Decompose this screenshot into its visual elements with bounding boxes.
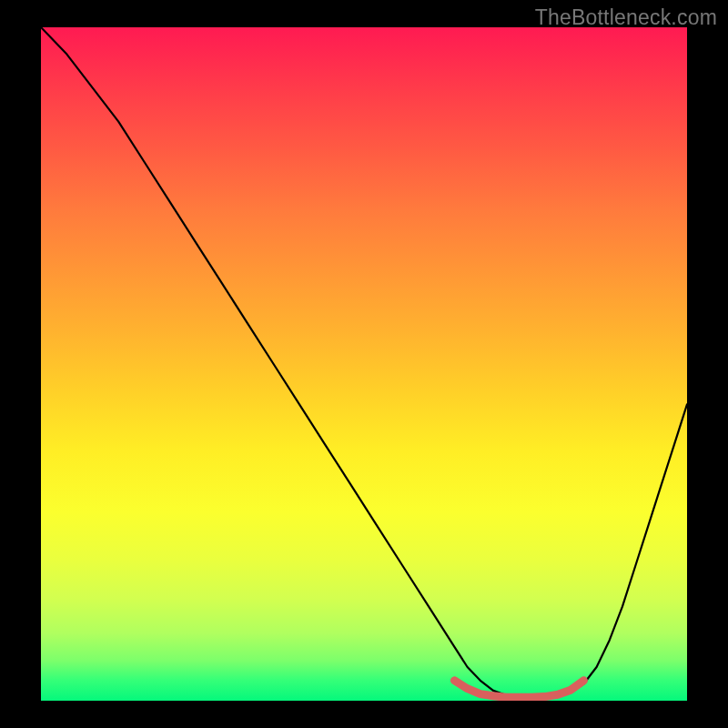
chart-frame: TheBottleneck.com xyxy=(0,0,728,728)
chart-plot-area xyxy=(41,27,687,701)
bottleneck-curve xyxy=(41,27,687,697)
chart-svg xyxy=(41,27,687,701)
watermark-text: TheBottleneck.com xyxy=(535,5,717,30)
flat-bottom-marker xyxy=(454,681,583,698)
